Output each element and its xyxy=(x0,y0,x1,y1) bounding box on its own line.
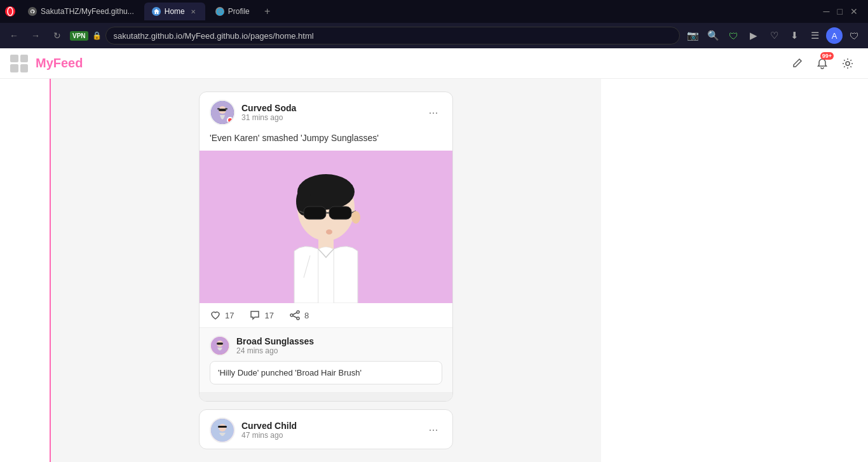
svg-point-23 xyxy=(297,317,299,320)
partial-post-meta: Curved Child 47 mins ago xyxy=(241,421,418,440)
feed-content[interactable]: Curved Soda 31 mins ago ··· 'Even Karen'… xyxy=(51,79,601,462)
camera-icon[interactable]: 🔍 xyxy=(704,27,722,44)
avatar-curved-child xyxy=(210,418,235,443)
share-action-icon xyxy=(289,309,301,321)
window-controls: ─ □ ✕ xyxy=(824,6,863,17)
post-more-button[interactable]: ··· xyxy=(424,104,442,121)
partial-post-author: Curved Child xyxy=(241,421,418,431)
comment-count: 17 xyxy=(264,311,273,320)
comment-action-icon xyxy=(249,309,261,321)
header-right: 99+ xyxy=(787,53,858,74)
avatar-curved-soda xyxy=(210,100,235,125)
edit-icon-button[interactable] xyxy=(787,53,807,74)
heart-action-icon xyxy=(210,309,221,321)
notification-button[interactable]: 99+ xyxy=(812,53,832,74)
nested-time: 24 mins ago xyxy=(236,346,442,355)
svg-line-25 xyxy=(293,316,297,318)
svg-point-19 xyxy=(326,229,332,234)
github-tab-label: SakutaTHZ/MyFeed.githu... xyxy=(41,7,134,16)
menu-icon[interactable]: ☰ xyxy=(806,27,824,44)
partial-post-more-button[interactable]: ··· xyxy=(424,421,442,439)
shield-icon[interactable]: 🛡 xyxy=(724,27,742,44)
nested-text: 'Hilly Dude' punched 'Broad Hair Brush' xyxy=(210,361,442,384)
profile-tab-label: Profile xyxy=(228,7,250,16)
svg-point-17 xyxy=(351,211,360,224)
address-bar[interactable]: sakutathz.github.io/MyFeed.github.io/pag… xyxy=(105,27,680,44)
nested-avatar-image xyxy=(211,337,229,355)
svg-rect-8 xyxy=(225,108,227,110)
partial-post-header: Curved Child 47 mins ago ··· xyxy=(200,410,452,449)
app-header: MyFeed 99+ xyxy=(0,48,868,79)
tab-close-home[interactable]: ✕ xyxy=(189,7,198,16)
maximize-icon[interactable]: □ xyxy=(837,6,843,17)
browser-logo-icon xyxy=(5,6,15,17)
vpn-badge: VPN xyxy=(70,31,88,41)
svg-rect-28 xyxy=(217,343,223,345)
share-count: 8 xyxy=(304,311,309,320)
extensions-icon[interactable]: 🛡 xyxy=(845,27,863,44)
svg-rect-12 xyxy=(304,207,326,219)
post-image xyxy=(200,151,452,303)
feed-inner: Curved Soda 31 mins ago ··· 'Even Karen'… xyxy=(199,92,453,449)
like-count: 17 xyxy=(225,311,234,320)
partial-post-card: Curved Child 47 mins ago ··· xyxy=(199,409,453,449)
screenshot-icon[interactable]: 📷 xyxy=(684,27,702,44)
svg-rect-31 xyxy=(218,426,227,428)
like-button[interactable]: 17 xyxy=(210,309,234,321)
post-actions: 17 17 xyxy=(200,303,452,327)
post-author-name: Curved Soda xyxy=(241,103,418,113)
svg-point-21 xyxy=(297,311,299,313)
settings-button[interactable] xyxy=(837,53,858,74)
minimize-icon[interactable]: ─ xyxy=(824,6,830,17)
online-dot xyxy=(227,117,233,123)
download-icon[interactable]: ⬇ xyxy=(785,27,803,44)
post-header: Curved Soda 31 mins ago ··· xyxy=(200,92,452,133)
svg-point-22 xyxy=(290,314,293,316)
tab-home[interactable]: Home ✕ xyxy=(144,3,205,20)
nav-right-icons: 📷 🔍 🛡 ▶ ♡ ⬇ ☰ A 🛡 xyxy=(684,27,863,44)
grid-icon[interactable] xyxy=(10,55,28,72)
lock-icon: 🔒 xyxy=(92,31,102,40)
svg-rect-7 xyxy=(217,108,220,110)
post-card: Curved Soda 31 mins ago ··· 'Even Karen'… xyxy=(199,92,453,402)
post-illustration xyxy=(205,151,447,303)
svg-point-3 xyxy=(846,62,850,65)
tab-profile[interactable]: 🌐 Profile xyxy=(208,3,257,20)
app-title: MyFeed xyxy=(36,56,83,71)
address-text: sakutathz.github.io/MyFeed.github.io/pag… xyxy=(114,31,314,41)
home-tab-label: Home xyxy=(165,7,185,16)
nested-post: Broad Sunglasses 24 mins ago 'Hilly Dude… xyxy=(200,327,452,392)
tab-bar: SakutaTHZ/MyFeed.githu... Home ✕ 🌐 Profi… xyxy=(0,0,868,23)
nested-header: Broad Sunglasses 24 mins ago xyxy=(210,336,442,356)
curved-child-avatar-image xyxy=(211,419,234,442)
left-sidebar xyxy=(0,79,51,462)
nested-author-name: Broad Sunglasses xyxy=(236,336,442,346)
heart-icon[interactable]: ♡ xyxy=(765,27,783,44)
see-more-button[interactable]: See more ... xyxy=(200,392,452,402)
comment-button[interactable]: 17 xyxy=(249,309,273,321)
partial-post-time: 47 mins ago xyxy=(241,431,418,440)
feed-container: Curved Soda 31 mins ago ··· 'Even Karen'… xyxy=(0,79,868,462)
post-time: 31 mins ago xyxy=(241,113,418,122)
app-content: MyFeed 99+ xyxy=(0,48,868,462)
svg-point-0 xyxy=(5,6,15,17)
svg-line-24 xyxy=(293,313,297,315)
forward-button[interactable]: → xyxy=(27,27,44,44)
back-button[interactable]: ← xyxy=(5,27,23,44)
refresh-button[interactable]: ↻ xyxy=(48,27,66,44)
play-icon[interactable]: ▶ xyxy=(745,27,763,44)
new-tab-button[interactable]: + xyxy=(260,4,275,19)
nav-bar: ← → ↻ VPN 🔒 sakutathz.github.io/MyFeed.g… xyxy=(0,23,868,48)
browser-window: SakutaTHZ/MyFeed.githu... Home ✕ 🌐 Profi… xyxy=(0,0,868,462)
github-tab-icon xyxy=(28,7,37,16)
post-meta: Curved Soda 31 mins ago xyxy=(241,103,418,122)
profile-tab-icon: 🌐 xyxy=(215,7,224,16)
tab-github[interactable]: SakutaTHZ/MyFeed.githu... xyxy=(20,3,142,20)
notification-count: 99+ xyxy=(820,52,834,60)
nested-meta: Broad Sunglasses 24 mins ago xyxy=(236,336,442,355)
right-sidebar xyxy=(601,79,868,462)
close-icon[interactable]: ✕ xyxy=(850,6,858,17)
share-button[interactable]: 8 xyxy=(289,309,309,321)
post-text: 'Even Karen' smashed 'Jumpy Sunglasses' xyxy=(200,133,452,151)
user-avatar[interactable]: A xyxy=(826,27,843,44)
